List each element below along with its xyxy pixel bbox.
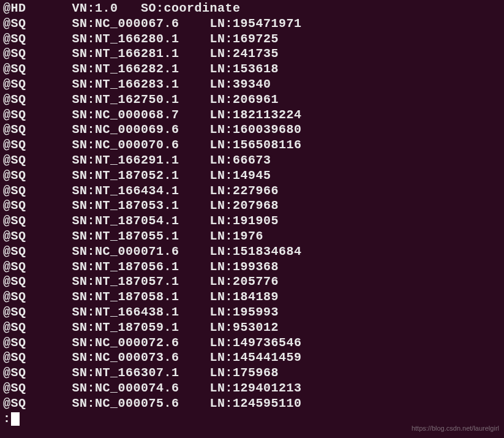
sam-sq-line: @SQ SN:NT_187059.1 LN:953012	[3, 320, 501, 336]
watermark: https://blog.csdn.net/laurelgirl	[412, 425, 499, 433]
sam-sq-line: @SQ SN:NT_166280.1 LN:169725	[3, 32, 501, 47]
sam-sq-line: @SQ SN:NT_187057.1 LN:205776	[3, 274, 501, 290]
sam-sq-line: @SQ SN:NC_000071.6 LN:151834684	[3, 244, 501, 260]
prompt-char: :	[3, 412, 11, 426]
sam-sq-line: @SQ SN:NT_187054.1 LN:191905	[3, 214, 501, 229]
sam-sq-line: @SQ SN:NT_187058.1 LN:184189	[3, 290, 501, 305]
sam-sq-line: @SQ SN:NT_166281.1 LN:241735	[3, 47, 501, 62]
sam-sq-line: @SQ SN:NT_166283.1 LN:39340	[3, 77, 501, 93]
sam-sq-line: @SQ SN:NT_187052.1 LN:14945	[3, 168, 501, 184]
sam-sq-line: @SQ SN:NT_166282.1 LN:153618	[3, 62, 501, 77]
sam-sq-line: @SQ SN:NT_162750.1 LN:206961	[3, 93, 501, 108]
sam-sq-line: @SQ SN:NT_166434.1 LN:227966	[3, 184, 501, 199]
sam-sq-line: @SQ SN:NT_187055.1 LN:1976	[3, 229, 501, 244]
sam-sq-line: @SQ SN:NC_000067.6 LN:195471971	[3, 17, 501, 32]
sam-sq-line: @SQ SN:NC_000074.6 LN:129401213	[3, 381, 501, 396]
sam-sq-line: @SQ SN:NT_166438.1 LN:195993	[3, 305, 501, 320]
sam-sq-line: @SQ SN:NC_000070.6 LN:156508116	[3, 138, 501, 153]
terminal-output: @HD VN:1.0 SO:coordinate@SQ SN:NC_000067…	[3, 1, 501, 412]
sam-sq-line: @SQ SN:NC_000072.6 LN:149736546	[3, 336, 501, 351]
sam-sq-line: @SQ SN:NC_000068.7 LN:182113224	[3, 108, 501, 123]
sam-sq-line: @SQ SN:NT_187056.1 LN:199368	[3, 260, 501, 275]
sam-sq-line: @SQ SN:NC_000069.6 LN:160039680	[3, 123, 501, 138]
cursor	[11, 412, 20, 426]
sam-sq-line: @SQ SN:NC_000075.6 LN:124595110	[3, 396, 501, 412]
sam-sq-line: @SQ SN:NT_166291.1 LN:66673	[3, 153, 501, 168]
sam-header-line: @HD VN:1.0 SO:coordinate	[3, 1, 501, 17]
sam-sq-line: @SQ SN:NT_166307.1 LN:175968	[3, 366, 501, 381]
sam-sq-line: @SQ SN:NT_187053.1 LN:207968	[3, 198, 501, 214]
sam-sq-line: @SQ SN:NC_000073.6 LN:145441459	[3, 350, 501, 366]
